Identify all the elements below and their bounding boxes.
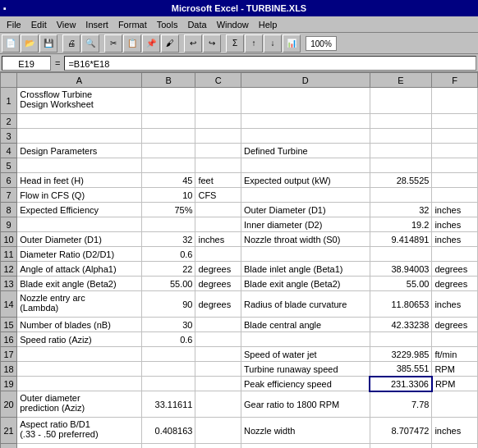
cell-F10[interactable]: inches [432,232,478,247]
cell-D15[interactable]: Blade central angle [241,318,370,332]
cell-F15[interactable]: degrees [432,318,478,332]
cell-E9[interactable]: 19.2 [370,217,432,232]
cell-A12[interactable]: Angle of attack (Alpha1) [17,262,142,277]
cell-F6[interactable] [432,173,478,188]
cell-C1[interactable] [195,88,241,114]
cell-B6[interactable]: 45 [141,173,195,188]
cell-A2[interactable] [17,114,142,129]
cell-C18[interactable] [195,362,241,377]
cell-D16[interactable] [241,332,370,347]
cell-C21[interactable] [195,418,241,444]
cell-F20[interactable] [432,391,478,418]
cell-C20[interactable] [195,391,241,418]
cell-C4[interactable] [195,144,241,158]
cell-F21[interactable]: inches [432,418,478,444]
cell-E20[interactable]: 7.78 [370,391,432,418]
cell-D9[interactable]: Inner diameter (D2) [241,217,370,232]
save-button[interactable]: 💾 [39,34,57,53]
cell-B19[interactable] [141,377,195,391]
cell-C19[interactable] [195,377,241,391]
cell-E18[interactable]: 385.551 [370,362,432,377]
cell-C8[interactable] [195,203,241,217]
cell-E17[interactable]: 3229.985 [370,347,432,362]
cell-D14[interactable]: Radius of blade curvature [241,291,370,318]
cell-A19[interactable] [17,377,142,391]
cell-D22[interactable]: Runner width [241,444,370,449]
menu-data[interactable]: Data [182,18,211,31]
cell-reference[interactable]: E19 [2,56,51,71]
cell-F13[interactable]: degrees [432,277,478,291]
cell-B2[interactable] [141,114,195,129]
cell-C6[interactable]: feet [195,173,241,188]
col-header-A[interactable]: A [17,73,142,88]
cell-F7[interactable] [432,188,478,203]
cell-E21[interactable]: 8.707472 [370,418,432,444]
cell-A5[interactable] [17,158,142,173]
cell-B20[interactable]: 33.11611 [141,391,195,418]
col-header-C[interactable]: C [195,73,241,88]
menu-edit[interactable]: Edit [26,18,52,31]
col-header-F[interactable]: F [432,73,478,88]
print-preview-button[interactable]: 🔍 [81,34,99,53]
cell-F4[interactable] [432,144,478,158]
cell-B8[interactable]: 75% [141,203,195,217]
cell-F2[interactable] [432,114,478,129]
print-button[interactable]: 🖨 [62,34,80,53]
redo-button[interactable]: ↪ [203,34,221,53]
new-button[interactable]: 📄 [2,34,20,53]
menu-window[interactable]: Window [212,18,254,31]
sort-asc-button[interactable]: ↑ [245,34,263,53]
format-painter-button[interactable]: 🖌 [161,34,179,53]
cell-E13[interactable]: 55.00 [370,277,432,291]
cell-A17[interactable] [17,347,142,362]
cell-E10[interactable]: 9.414891 [370,232,432,247]
cell-E4[interactable] [370,144,432,158]
cell-D18[interactable]: Turbine runaway speed [241,362,370,377]
sort-desc-button[interactable]: ↓ [264,34,282,53]
cell-D21[interactable]: Nozzle width [241,418,370,444]
col-header-B[interactable]: B [141,73,195,88]
open-button[interactable]: 📂 [21,34,39,53]
cell-B4[interactable] [141,144,195,158]
cell-A22[interactable] [17,444,142,449]
cell-A9[interactable] [17,217,142,232]
cell-F1[interactable] [432,88,478,114]
menu-file[interactable]: File [2,18,26,31]
cell-A3[interactable] [17,129,142,144]
cell-D17[interactable]: Speed of water jet [241,347,370,362]
cell-A15[interactable]: Number of blades (nB) [17,318,142,332]
menu-view[interactable]: View [52,18,81,31]
cell-B1[interactable] [141,88,195,114]
cell-E14[interactable]: 11.80653 [370,291,432,318]
cell-D5[interactable] [241,158,370,173]
cell-A1[interactable]: Crossflow Turbine Design Worksheet [17,88,142,114]
cell-C3[interactable] [195,129,241,144]
cell-B21[interactable]: 0.408163 [141,418,195,444]
cell-F8[interactable]: inches [432,203,478,217]
cell-C15[interactable] [195,318,241,332]
menu-insert[interactable]: Insert [80,18,113,31]
cell-D7[interactable] [241,188,370,203]
cell-F16[interactable] [432,332,478,347]
chart-wizard-button[interactable]: 📊 [283,34,301,53]
cell-F22[interactable]: inches [432,444,478,449]
cell-B14[interactable]: 90 [141,291,195,318]
cell-A6[interactable]: Head in feet (H) [17,173,142,188]
cell-F5[interactable] [432,158,478,173]
cell-C7[interactable]: CFS [195,188,241,203]
cell-D11[interactable] [241,247,370,262]
cell-D10[interactable]: Nozzle throat width (S0) [241,232,370,247]
cell-A20[interactable]: Outer diameter prediction (Aziz) [17,391,142,418]
col-header-D[interactable]: D [241,73,370,88]
cell-A16[interactable]: Speed ratio (Aziz) [17,332,142,347]
zoom-box[interactable]: 100% [306,36,337,51]
cell-F18[interactable]: RPM [432,362,478,377]
cell-A13[interactable]: Blade exit angle (Beta2) [17,277,142,291]
undo-button[interactable]: ↩ [184,34,202,53]
col-header-E[interactable]: E [370,73,432,88]
cell-B13[interactable]: 55.00 [141,277,195,291]
cell-C10[interactable]: inches [195,232,241,247]
cell-E2[interactable] [370,114,432,129]
cell-D8[interactable]: Outer Diameter (D1) [241,203,370,217]
cell-F19[interactable]: RPM [432,377,478,391]
